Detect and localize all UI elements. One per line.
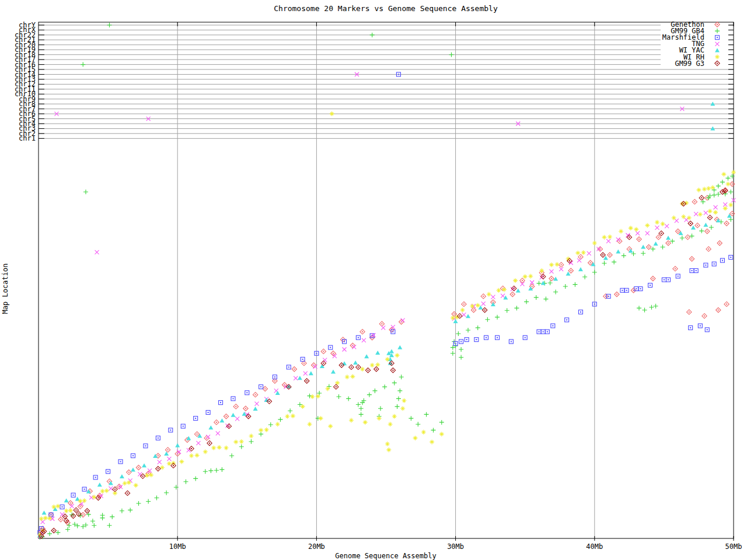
marker-point <box>160 466 165 470</box>
y-axis-label: Map Location <box>1 264 9 314</box>
marker-point <box>245 391 249 395</box>
marker-point <box>346 396 351 401</box>
marker-point <box>287 365 291 369</box>
marker-point <box>194 416 198 421</box>
marker-point <box>243 406 248 411</box>
marker-point <box>167 457 171 461</box>
marker-point <box>285 414 289 419</box>
marker-point <box>537 281 542 286</box>
marker-point <box>431 428 435 432</box>
marker-point <box>578 267 583 271</box>
marker-point <box>253 407 258 411</box>
marker-point <box>395 353 400 358</box>
marker-point <box>703 223 708 227</box>
marker-point <box>716 307 721 312</box>
marker-point <box>673 266 678 271</box>
marker-point <box>510 292 515 296</box>
series-gm99-g3 <box>39 188 728 538</box>
marker-point <box>728 217 733 222</box>
marker-point <box>58 517 63 522</box>
marker-point <box>501 294 505 298</box>
marker-point <box>249 434 253 439</box>
marker-point <box>118 460 123 464</box>
marker-point <box>375 362 380 367</box>
marker-point <box>723 206 728 211</box>
marker-point <box>577 258 581 262</box>
marker-point <box>189 446 194 451</box>
marker-point <box>397 388 402 393</box>
x-tick-label: 40Mb <box>586 542 603 551</box>
marker-point <box>92 523 96 528</box>
marker-point <box>537 330 541 334</box>
marker-point <box>321 349 326 354</box>
marker-point <box>142 463 146 467</box>
marker-point <box>592 241 597 246</box>
marker-point <box>123 481 127 486</box>
marker-point <box>516 288 521 292</box>
marker-point <box>699 195 704 200</box>
marker-point <box>692 200 697 204</box>
marker-point <box>305 379 309 383</box>
marker-point <box>528 274 533 278</box>
marker-point <box>712 192 717 197</box>
marker-point <box>685 235 690 239</box>
gridlines <box>39 22 734 538</box>
marker-point <box>263 386 267 391</box>
marker-point <box>156 436 160 440</box>
marker-point <box>485 317 490 322</box>
marker-point <box>705 328 709 332</box>
marker-point <box>95 250 99 254</box>
plot-border <box>39 22 734 538</box>
marker-point <box>154 495 159 500</box>
marker-point <box>698 324 702 328</box>
marker-point <box>704 211 708 215</box>
marker-point <box>189 453 194 458</box>
marker-point <box>720 180 725 184</box>
marker-point <box>582 275 587 279</box>
marker-point <box>523 335 527 340</box>
marker-point <box>233 440 238 444</box>
marker-point <box>137 501 141 506</box>
marker-point <box>666 236 671 240</box>
marker-point <box>47 531 52 536</box>
marker-point <box>134 483 138 488</box>
marker-point <box>705 229 710 233</box>
marker-point <box>487 292 491 297</box>
marker-point <box>706 247 711 251</box>
series-wi-yac <box>37 214 731 537</box>
marker-point <box>459 340 463 344</box>
marker-point <box>634 287 638 291</box>
marker-point <box>649 305 654 310</box>
marker-point <box>645 231 650 235</box>
series-marshfield <box>38 256 733 535</box>
marker-point <box>278 417 282 422</box>
marker-point <box>219 401 223 405</box>
marker-point <box>131 468 135 472</box>
marker-point <box>372 388 377 393</box>
marker-point <box>382 384 387 389</box>
marker-point <box>81 62 85 67</box>
marker-point <box>656 235 661 239</box>
marker-point <box>401 318 405 323</box>
marker-point <box>235 416 239 421</box>
marker-point <box>390 368 395 373</box>
marker-point <box>342 361 347 365</box>
marker-point <box>702 313 707 318</box>
marker-point <box>676 274 680 278</box>
marker-point <box>456 331 460 336</box>
marker-point <box>400 406 405 411</box>
marker-point <box>298 402 302 407</box>
marker-point <box>208 425 213 429</box>
marker-point <box>713 210 718 215</box>
marker-point <box>636 231 640 235</box>
marker-point <box>581 250 586 255</box>
marker-point <box>659 231 664 236</box>
marker-point <box>136 465 141 470</box>
marker-point <box>183 480 188 484</box>
marker-point <box>641 245 645 249</box>
marker-point <box>643 308 647 313</box>
marker-point <box>716 192 721 197</box>
marker-point <box>466 328 470 332</box>
marker-point <box>42 510 47 514</box>
marker-point <box>620 288 624 292</box>
